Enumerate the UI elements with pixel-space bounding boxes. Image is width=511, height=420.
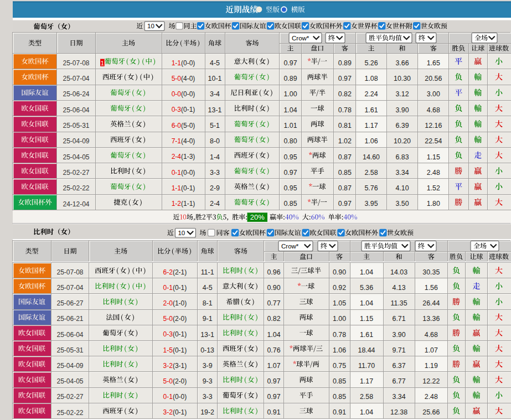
svg-text:0.77: 0.77 bbox=[267, 299, 280, 307]
svg-text:0.95: 0.95 bbox=[283, 153, 297, 161]
svg-text:25-05-31: 25-05-31 bbox=[63, 122, 89, 129]
svg-text:0.85: 0.85 bbox=[283, 200, 297, 208]
svg-text:10: 10 bbox=[147, 23, 154, 29]
svg-text:1.04: 1.04 bbox=[360, 408, 373, 416]
svg-text:25-07-08: 25-07-08 bbox=[56, 268, 83, 276]
svg-text:1.04: 1.04 bbox=[283, 106, 297, 114]
svg-text:11-1: 11-1 bbox=[201, 268, 214, 276]
svg-text:1.17: 1.17 bbox=[364, 122, 378, 129]
svg-text:0.85: 0.85 bbox=[333, 377, 346, 385]
svg-text:10: 10 bbox=[178, 230, 185, 236]
svg-text:1.15: 1.15 bbox=[427, 153, 440, 161]
svg-text:1.06: 1.06 bbox=[364, 137, 378, 145]
svg-text:1-2(1-1): 1-2(1-1) bbox=[172, 200, 195, 208]
svg-text:6-2(2-1): 6-2(2-1) bbox=[163, 268, 187, 276]
svg-text:25-04-05: 25-04-05 bbox=[63, 153, 89, 161]
svg-text:25-06-04: 25-06-04 bbox=[63, 106, 89, 114]
svg-text:1.00: 1.00 bbox=[333, 315, 346, 323]
svg-text:0.85: 0.85 bbox=[338, 169, 352, 177]
svg-text:2-4(1-3): 2-4(1-3) bbox=[172, 153, 195, 160]
svg-text:0.81: 0.81 bbox=[338, 122, 352, 129]
svg-text:4-5: 4-5 bbox=[210, 59, 220, 67]
svg-text:0-1(0-0): 0-1(0-0) bbox=[163, 393, 187, 401]
svg-text:1.08: 1.08 bbox=[364, 75, 378, 82]
svg-text:5-0(4-0): 5-0(4-0) bbox=[172, 75, 195, 82]
svg-text:0.76: 0.76 bbox=[267, 346, 280, 354]
svg-text:0-0(0-0): 0-0(0-0) bbox=[172, 90, 195, 98]
svg-text:3.95: 3.95 bbox=[364, 200, 378, 208]
svg-text:2.24: 2.24 bbox=[364, 90, 378, 98]
svg-text:0.92: 0.92 bbox=[333, 284, 346, 292]
svg-text:1.15: 1.15 bbox=[360, 315, 373, 323]
svg-text:12.38: 12.38 bbox=[390, 408, 407, 416]
svg-text:0.97: 0.97 bbox=[283, 169, 297, 177]
svg-text:1.04: 1.04 bbox=[267, 331, 280, 339]
svg-text:2-0(1-0): 2-0(1-0) bbox=[163, 299, 187, 307]
svg-text:1.05: 1.05 bbox=[333, 299, 346, 307]
svg-text:1.07: 1.07 bbox=[267, 362, 280, 370]
svg-text:12.16: 12.16 bbox=[425, 122, 442, 129]
svg-text:1.01: 1.01 bbox=[283, 122, 297, 129]
svg-text:3-2(0-1): 3-2(0-1) bbox=[163, 408, 187, 416]
svg-text:0.91: 0.91 bbox=[333, 408, 346, 416]
svg-text:3-9: 3-9 bbox=[203, 362, 213, 370]
svg-text:1.00: 1.00 bbox=[283, 90, 297, 98]
svg-text:1.04: 1.04 bbox=[360, 268, 373, 276]
svg-text:4.68: 4.68 bbox=[425, 331, 438, 339]
svg-text:1.65: 1.65 bbox=[427, 59, 440, 67]
svg-text:1: 1 bbox=[101, 60, 104, 66]
svg-text:0.87: 0.87 bbox=[338, 153, 352, 161]
svg-text:2.58: 2.58 bbox=[360, 393, 373, 401]
svg-text:4.10: 4.10 bbox=[395, 184, 409, 192]
svg-text:0.90: 0.90 bbox=[267, 284, 280, 292]
svg-text:11.35: 11.35 bbox=[391, 299, 407, 307]
svg-text:6.77: 6.77 bbox=[393, 377, 406, 385]
svg-text:0.97: 0.97 bbox=[338, 75, 352, 82]
svg-text:3.90: 3.90 bbox=[393, 331, 406, 339]
svg-text:3-2(3-1): 3-2(3-1) bbox=[163, 362, 187, 370]
svg-text:2-9: 2-9 bbox=[210, 184, 220, 192]
svg-text:1-1(0-0): 1-1(0-0) bbox=[172, 59, 195, 67]
svg-text:25-02-27: 25-02-27 bbox=[63, 169, 89, 177]
svg-text:25-06-24: 25-06-24 bbox=[63, 90, 89, 98]
svg-text:6.71: 6.71 bbox=[393, 315, 406, 323]
svg-text:11.70: 11.70 bbox=[358, 362, 375, 370]
svg-text:3-3: 3-3 bbox=[203, 393, 213, 401]
svg-text:5-1: 5-1 bbox=[210, 122, 220, 129]
svg-text:3-4: 3-4 bbox=[210, 90, 220, 98]
svg-text:0.90: 0.90 bbox=[333, 268, 346, 276]
svg-text:4.13: 4.13 bbox=[393, 284, 406, 292]
svg-text:0.97: 0.97 bbox=[338, 200, 352, 208]
svg-text:14.03: 14.03 bbox=[390, 268, 407, 276]
svg-text:7-1(4-0): 7-1(4-0) bbox=[172, 137, 195, 145]
svg-text:25-02-27: 25-02-27 bbox=[56, 393, 83, 401]
svg-text:30.35: 30.35 bbox=[422, 268, 440, 276]
svg-text:0.80: 0.80 bbox=[283, 137, 297, 145]
svg-text:1.61: 1.61 bbox=[364, 106, 378, 114]
svg-text:0-3(0-1): 0-3(0-1) bbox=[172, 106, 195, 113]
svg-text:0.97: 0.97 bbox=[267, 393, 280, 401]
svg-text:4-5: 4-5 bbox=[203, 284, 213, 292]
svg-text:0.87: 0.87 bbox=[338, 184, 352, 192]
svg-text:0.89: 0.89 bbox=[283, 75, 297, 82]
svg-text:6.83: 6.83 bbox=[395, 153, 409, 161]
svg-text:0.97: 0.97 bbox=[283, 59, 297, 67]
svg-text:0.85: 0.85 bbox=[333, 393, 346, 401]
svg-text:0.91: 0.91 bbox=[267, 408, 280, 416]
svg-text:1.61: 1.61 bbox=[360, 331, 373, 339]
svg-text:25-04-09: 25-04-09 bbox=[56, 362, 83, 370]
svg-text:0.96: 0.96 bbox=[267, 268, 280, 276]
svg-text:Crow*: Crow* bbox=[281, 243, 299, 250]
svg-text:1.52: 1.52 bbox=[427, 184, 440, 192]
svg-text:0-13: 0-13 bbox=[200, 346, 214, 354]
svg-text:25-06-27: 25-06-27 bbox=[56, 299, 83, 307]
svg-text:13-1: 13-1 bbox=[200, 331, 214, 339]
svg-text:0-3(0-1): 0-3(0-1) bbox=[163, 330, 187, 338]
svg-text:25-07-04: 25-07-04 bbox=[56, 284, 83, 292]
svg-text:3.00: 3.00 bbox=[427, 90, 440, 98]
svg-text:1.56: 1.56 bbox=[425, 284, 438, 292]
svg-text:6-0(5-0): 6-0(5-0) bbox=[172, 122, 195, 129]
svg-text:1.17: 1.17 bbox=[360, 377, 373, 385]
svg-text:25-04-05: 25-04-05 bbox=[56, 377, 83, 385]
svg-text:3.66: 3.66 bbox=[395, 59, 409, 67]
